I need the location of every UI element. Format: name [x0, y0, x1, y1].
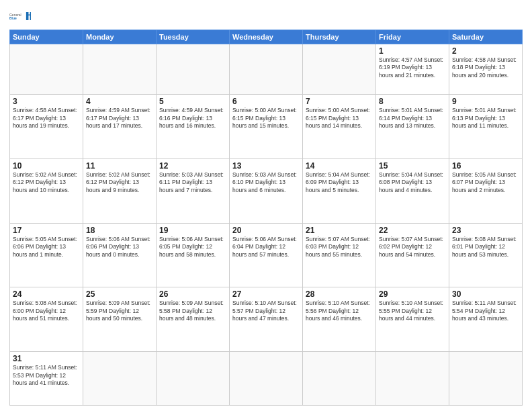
day-number: 21 [306, 226, 373, 235]
day-number: 10 [13, 161, 80, 171]
calendar-cell [83, 44, 157, 95]
weekday-header-thursday: Thursday [303, 30, 376, 44]
calendar-cell [157, 44, 230, 95]
day-info: Sunrise: 5:04 AM Sunset: 6:09 PM Dayligh… [306, 171, 373, 194]
day-info: Sunrise: 5:08 AM Sunset: 6:01 PM Dayligh… [452, 236, 519, 259]
calendar-cell: 4Sunrise: 4:59 AM Sunset: 6:17 PM Daylig… [83, 95, 157, 159]
svg-text:Blue: Blue [9, 17, 17, 20]
day-info: Sunrise: 5:01 AM Sunset: 6:13 PM Dayligh… [452, 107, 519, 130]
calendar-cell [230, 352, 303, 406]
weekday-header-saturday: Saturday [449, 30, 523, 44]
calendar-cell: 6Sunrise: 5:00 AM Sunset: 6:15 PM Daylig… [230, 95, 303, 159]
day-number: 22 [379, 226, 446, 235]
weekday-header-friday: Friday [376, 30, 449, 44]
calendar-cell: 29Sunrise: 5:10 AM Sunset: 5:55 PM Dayli… [376, 287, 449, 352]
calendar-cell: 15Sunrise: 5:04 AM Sunset: 6:08 PM Dayli… [376, 158, 449, 223]
calendar-cell: 20Sunrise: 5:06 AM Sunset: 6:04 PM Dayli… [230, 223, 303, 287]
calendar-cell: 10Sunrise: 5:02 AM Sunset: 6:12 PM Dayli… [10, 158, 83, 223]
calendar-table: SundayMondayTuesdayWednesdayThursdayFrid… [9, 30, 523, 406]
day-number: 12 [159, 161, 226, 171]
weekday-header-wednesday: Wednesday [230, 30, 303, 44]
calendar-cell [303, 44, 376, 95]
day-info: Sunrise: 5:00 AM Sunset: 6:15 PM Dayligh… [306, 107, 373, 130]
logo: GeneralBlue [9, 7, 31, 26]
day-number: 5 [159, 97, 226, 106]
day-number: 31 [13, 354, 80, 363]
calendar-cell [303, 352, 376, 406]
calendar-cell: 30Sunrise: 5:11 AM Sunset: 5:54 PM Dayli… [449, 287, 523, 352]
day-info: Sunrise: 5:06 AM Sunset: 6:05 PM Dayligh… [159, 236, 226, 259]
day-info: Sunrise: 4:58 AM Sunset: 6:17 PM Dayligh… [13, 107, 80, 130]
day-info: Sunrise: 5:02 AM Sunset: 6:12 PM Dayligh… [13, 171, 80, 194]
calendar-cell: 25Sunrise: 5:09 AM Sunset: 5:59 PM Dayli… [83, 287, 157, 352]
day-number: 27 [232, 289, 300, 299]
page: GeneralBlue SundayMondayTuesdayWednesday… [0, 0, 532, 411]
day-number: 11 [86, 161, 153, 171]
calendar-cell: 2Sunrise: 4:58 AM Sunset: 6:18 PM Daylig… [449, 44, 523, 95]
day-info: Sunrise: 4:59 AM Sunset: 6:17 PM Dayligh… [86, 107, 153, 130]
calendar-cell: 1Sunrise: 4:57 AM Sunset: 6:19 PM Daylig… [376, 44, 449, 95]
weekday-header-monday: Monday [83, 30, 157, 44]
day-info: Sunrise: 5:10 AM Sunset: 5:56 PM Dayligh… [306, 300, 373, 322]
calendar-cell: 18Sunrise: 5:06 AM Sunset: 6:06 PM Dayli… [83, 223, 157, 287]
calendar-cell: 9Sunrise: 5:01 AM Sunset: 6:13 PM Daylig… [449, 95, 523, 159]
calendar-cell: 5Sunrise: 4:59 AM Sunset: 6:16 PM Daylig… [157, 95, 230, 159]
day-number: 9 [452, 97, 519, 106]
day-info: Sunrise: 4:57 AM Sunset: 6:19 PM Dayligh… [379, 56, 446, 79]
calendar-cell [230, 44, 303, 95]
day-info: Sunrise: 5:11 AM Sunset: 5:54 PM Dayligh… [452, 300, 519, 322]
day-number: 23 [452, 226, 519, 235]
generalblue-logo-icon: GeneralBlue [9, 7, 31, 26]
day-number: 2 [452, 46, 519, 56]
day-number: 8 [379, 97, 446, 106]
day-info: Sunrise: 5:05 AM Sunset: 6:07 PM Dayligh… [452, 171, 519, 194]
calendar-week-row-6: 31Sunrise: 5:11 AM Sunset: 5:53 PM Dayli… [10, 352, 523, 406]
day-number: 26 [159, 289, 226, 299]
calendar-cell [10, 44, 83, 95]
day-info: Sunrise: 5:06 AM Sunset: 6:04 PM Dayligh… [232, 236, 300, 259]
weekday-header-sunday: Sunday [10, 30, 83, 44]
day-info: Sunrise: 5:03 AM Sunset: 6:10 PM Dayligh… [232, 171, 300, 194]
day-info: Sunrise: 5:11 AM Sunset: 5:53 PM Dayligh… [13, 364, 80, 387]
calendar-cell: 8Sunrise: 5:01 AM Sunset: 6:14 PM Daylig… [376, 95, 449, 159]
calendar-cell [83, 352, 157, 406]
calendar-week-row-1: 1Sunrise: 4:57 AM Sunset: 6:19 PM Daylig… [10, 44, 523, 95]
day-info: Sunrise: 5:05 AM Sunset: 6:06 PM Dayligh… [13, 236, 80, 259]
day-number: 30 [452, 289, 519, 299]
calendar-cell [449, 352, 523, 406]
day-info: Sunrise: 5:03 AM Sunset: 6:11 PM Dayligh… [159, 171, 226, 194]
day-number: 24 [13, 289, 80, 299]
day-number: 29 [379, 289, 446, 299]
calendar-cell: 3Sunrise: 4:58 AM Sunset: 6:17 PM Daylig… [10, 95, 83, 159]
day-number: 16 [452, 161, 519, 171]
day-number: 7 [306, 97, 373, 106]
day-number: 1 [379, 46, 446, 56]
calendar-cell: 22Sunrise: 5:07 AM Sunset: 6:02 PM Dayli… [376, 223, 449, 287]
header: GeneralBlue [9, 7, 523, 26]
calendar-week-row-4: 17Sunrise: 5:05 AM Sunset: 6:06 PM Dayli… [10, 223, 523, 287]
calendar-cell: 21Sunrise: 5:07 AM Sunset: 6:03 PM Dayli… [303, 223, 376, 287]
day-info: Sunrise: 5:06 AM Sunset: 6:06 PM Dayligh… [86, 236, 153, 259]
calendar-cell [157, 352, 230, 406]
calendar-cell: 24Sunrise: 5:08 AM Sunset: 6:00 PM Dayli… [10, 287, 83, 352]
calendar-week-row-3: 10Sunrise: 5:02 AM Sunset: 6:12 PM Dayli… [10, 158, 523, 223]
day-number: 13 [232, 161, 300, 171]
calendar-cell: 16Sunrise: 5:05 AM Sunset: 6:07 PM Dayli… [449, 158, 523, 223]
day-number: 6 [232, 97, 300, 106]
day-info: Sunrise: 5:08 AM Sunset: 6:00 PM Dayligh… [13, 300, 80, 322]
day-info: Sunrise: 5:10 AM Sunset: 5:55 PM Dayligh… [379, 300, 446, 322]
svg-text:General: General [9, 13, 21, 17]
calendar-week-row-2: 3Sunrise: 4:58 AM Sunset: 6:17 PM Daylig… [10, 95, 523, 159]
day-number: 17 [13, 226, 80, 235]
calendar-cell [376, 352, 449, 406]
calendar-cell: 7Sunrise: 5:00 AM Sunset: 6:15 PM Daylig… [303, 95, 376, 159]
day-number: 20 [232, 226, 300, 235]
day-number: 25 [86, 289, 153, 299]
day-number: 18 [86, 226, 153, 235]
day-info: Sunrise: 5:07 AM Sunset: 6:02 PM Dayligh… [379, 236, 446, 259]
day-info: Sunrise: 5:01 AM Sunset: 6:14 PM Dayligh… [379, 107, 446, 130]
calendar-cell: 14Sunrise: 5:04 AM Sunset: 6:09 PM Dayli… [303, 158, 376, 223]
day-number: 28 [306, 289, 373, 299]
day-info: Sunrise: 5:10 AM Sunset: 5:57 PM Dayligh… [232, 300, 300, 322]
calendar-cell: 28Sunrise: 5:10 AM Sunset: 5:56 PM Dayli… [303, 287, 376, 352]
